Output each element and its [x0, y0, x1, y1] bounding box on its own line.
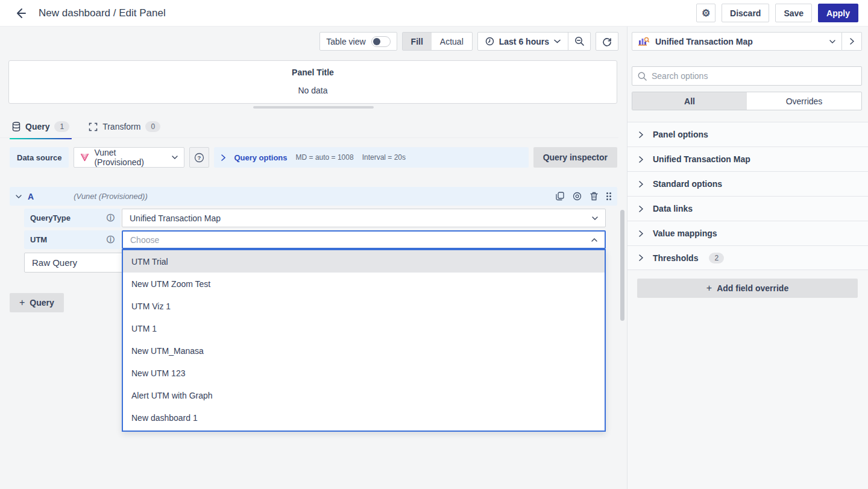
- dropdown-option[interactable]: New UTM Zoom Test: [123, 273, 605, 295]
- refresh-group: [596, 32, 618, 51]
- question-circle-icon: ?: [194, 153, 204, 163]
- chevron-down-icon: [172, 156, 178, 159]
- dropdown-option[interactable]: UTM Trial: [123, 250, 605, 273]
- datasource-picker[interactable]: Vunet (Provisioned): [74, 147, 184, 168]
- actual-option[interactable]: Actual: [432, 33, 472, 50]
- query-inspector-button[interactable]: Query inspector: [533, 147, 617, 168]
- info-icon[interactable]: ⓘ: [107, 235, 115, 245]
- chevron-up-icon: [591, 238, 597, 242]
- no-data-message: No data: [9, 86, 617, 95]
- options-filter-group: All Overrides: [632, 92, 862, 110]
- dropdown-option[interactable]: UTM 1: [123, 317, 605, 339]
- table-view-toggle[interactable]: [371, 36, 391, 47]
- option-section[interactable]: Thresholds 2: [627, 245, 868, 270]
- filter-all[interactable]: All: [632, 92, 747, 110]
- option-section[interactable]: Value mappings: [627, 221, 868, 245]
- query-row-header[interactable]: A (Vunet (Provisioned)): [10, 187, 617, 206]
- dropdown-option[interactable]: UTM Viz 1: [123, 295, 605, 317]
- querytype-label: QueryType ⓘ: [24, 209, 121, 227]
- utm-placeholder: Choose: [130, 235, 159, 245]
- querytype-select[interactable]: Unified Transaction Map: [122, 209, 606, 227]
- discard-button[interactable]: Discard: [722, 4, 769, 22]
- database-icon: [12, 122, 20, 131]
- search-options-input[interactable]: [652, 71, 856, 81]
- time-range-picker[interactable]: Last 6 hours: [478, 37, 568, 46]
- add-field-override-button[interactable]: + Add field override: [637, 279, 858, 298]
- apply-button[interactable]: Apply: [818, 4, 858, 22]
- drag-handle-icon[interactable]: [606, 192, 611, 200]
- option-sections: Panel options Unified Transaction Map St…: [627, 122, 868, 270]
- utm-dropdown-menu: UTM Trial New UTM Zoom Test UTM Viz 1 UT…: [122, 249, 606, 432]
- options-search: [632, 66, 862, 86]
- toggle-visibility-button[interactable]: [573, 192, 582, 201]
- chevron-right-icon: [850, 38, 854, 45]
- visualization-picker[interactable]: Unified Transaction Map: [632, 32, 842, 51]
- panel-settings-button[interactable]: ⚙: [696, 4, 715, 22]
- add-query-label: Query: [30, 298, 54, 308]
- back-arrow-icon[interactable]: [10, 2, 31, 24]
- magnifier-minus-icon: [574, 36, 585, 46]
- chevron-down-icon: [592, 216, 598, 220]
- add-query-button[interactable]: + Query: [10, 293, 64, 312]
- tab-transform[interactable]: Transform 0: [86, 116, 163, 137]
- dropdown-option-label: New UTM Zoom Test: [131, 279, 210, 289]
- querytype-label-text: QueryType: [30, 213, 71, 222]
- option-section[interactable]: Unified Transaction Map: [627, 147, 868, 171]
- search-icon: [638, 72, 647, 81]
- datasource-help-button[interactable]: ?: [189, 147, 209, 168]
- option-section[interactable]: Panel options: [627, 122, 868, 147]
- duplicate-query-button[interactable]: [556, 192, 564, 201]
- tab-query[interactable]: Query 1: [10, 116, 72, 137]
- header: New dashboard / Edit Panel ⚙ Discard Sav…: [0, 0, 868, 27]
- visualization-picker-row: Unified Transaction Map: [632, 32, 862, 51]
- delete-query-button[interactable]: [590, 192, 598, 201]
- tab-query-label: Query: [25, 122, 49, 131]
- main-content: Table view Fill Actual Last 6 hours: [0, 27, 627, 489]
- vertical-scrollbar-thumb[interactable]: [620, 210, 624, 321]
- dropdown-option[interactable]: New UTM 123: [123, 362, 605, 384]
- section-label: Unified Transaction Map: [653, 154, 750, 164]
- chevron-right-icon: [221, 154, 225, 161]
- querytype-value: Unified Transaction Map: [130, 213, 221, 223]
- editor-tabs: Query 1 Transform 0: [10, 116, 163, 137]
- visualization-icon: [638, 37, 649, 46]
- utm-row: UTM ⓘ Choose: [24, 230, 606, 249]
- query-count-badge: 1: [54, 121, 69, 132]
- toggle-knob: [373, 38, 380, 45]
- dropdown-option-label: New dashboard 1: [131, 413, 198, 423]
- page-title: New dashboard / Edit Panel: [39, 7, 166, 19]
- toggle-viz-picker-button[interactable]: [842, 32, 862, 51]
- query-options-label: Query options: [234, 153, 287, 162]
- query-row-datasource: (Vunet (Provisioned)): [74, 192, 148, 201]
- raw-query-label: Raw Query: [32, 257, 77, 268]
- panel-resize-handle[interactable]: [253, 106, 374, 109]
- option-section[interactable]: Standard options: [627, 171, 868, 196]
- dropdown-option-label: New UTM 123: [131, 368, 185, 378]
- table-view-label: Table view: [326, 37, 365, 46]
- chevron-right-icon: [639, 131, 643, 138]
- utm-select[interactable]: Choose: [122, 230, 606, 249]
- save-button[interactable]: Save: [775, 4, 812, 22]
- time-range-label: Last 6 hours: [499, 37, 549, 46]
- svg-text:?: ?: [198, 154, 201, 161]
- info-icon[interactable]: ⓘ: [107, 213, 115, 224]
- refresh-button[interactable]: [596, 32, 618, 51]
- query-options-bar[interactable]: Query options MD = auto = 1008 Interval …: [214, 147, 528, 168]
- dropdown-option[interactable]: Alert UTM with Graph: [123, 384, 605, 406]
- tab-transform-label: Transform: [102, 122, 140, 131]
- section-label: Thresholds: [653, 253, 698, 263]
- dropdown-option[interactable]: New UTM_Manasa: [123, 339, 605, 362]
- filter-overrides[interactable]: Overrides: [747, 92, 861, 110]
- clock-icon: [485, 37, 494, 46]
- fill-option[interactable]: Fill: [403, 33, 432, 50]
- section-badge: 2: [709, 253, 724, 263]
- dropdown-option-label: Alert UTM with Graph: [131, 391, 213, 400]
- interval-text: Interval = 20s: [362, 153, 406, 162]
- zoom-out-time-button[interactable]: [568, 32, 590, 51]
- vunet-logo-icon: [80, 153, 89, 162]
- option-section[interactable]: Data links: [627, 196, 868, 221]
- datasource-name: Vunet (Provisioned): [94, 148, 167, 167]
- dropdown-option[interactable]: New dashboard 1: [123, 406, 605, 429]
- plus-icon: +: [19, 297, 25, 308]
- section-label: Value mappings: [653, 229, 717, 238]
